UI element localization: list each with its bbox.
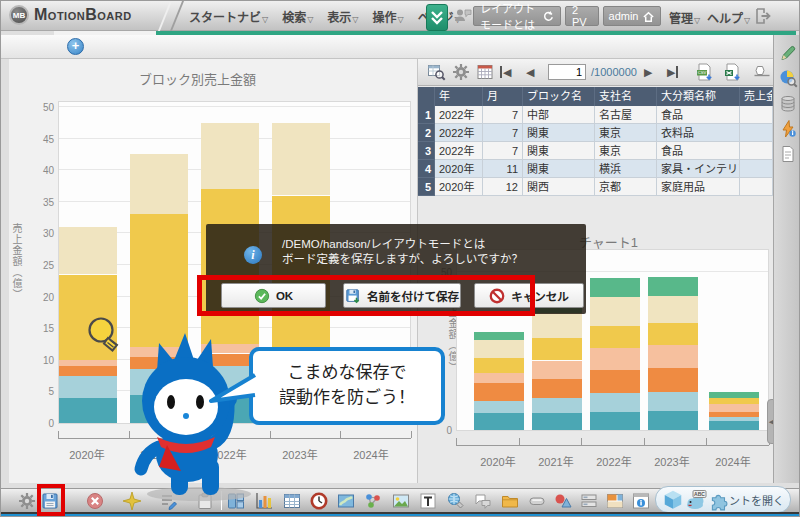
- csv-icon[interactable]: CSV: [694, 62, 714, 82]
- caret-down-icon: ▽: [398, 15, 404, 24]
- pencil-icon[interactable]: [778, 43, 798, 63]
- network-icon[interactable]: [363, 491, 383, 511]
- cell: 7: [483, 106, 523, 124]
- bar-2024年-segment-7: [709, 392, 759, 398]
- menu-item-4[interactable]: 操作▽: [373, 8, 404, 25]
- gear-icon[interactable]: [451, 62, 471, 82]
- table-header-row: 年月ブロック名支社名大分類名称売上金: [418, 87, 773, 106]
- user-chat-icon[interactable]: [453, 6, 473, 26]
- row-number: 5: [418, 178, 435, 196]
- document-icon[interactable]: [778, 144, 798, 164]
- x-axis-tick: [519, 438, 520, 445]
- link-icon[interactable]: [446, 491, 466, 511]
- puzzle-icon: [708, 489, 730, 511]
- database-icon[interactable]: [778, 94, 798, 114]
- map-icon[interactable]: [336, 491, 356, 511]
- next-page-button[interactable]: ▶: [644, 65, 652, 79]
- cell: 横浜: [595, 160, 657, 178]
- bar-2020年-segment-1: [474, 413, 524, 430]
- x-axis-tick: [411, 431, 412, 438]
- layout-mode-button[interactable]: レイアウトモードとは: [473, 6, 561, 26]
- grid-icon[interactable]: [475, 62, 495, 82]
- cell: 関西: [523, 178, 595, 196]
- cell: 11: [483, 160, 523, 178]
- caret-down-icon: ▽: [694, 16, 700, 25]
- pie-search-icon[interactable]: [778, 68, 798, 88]
- rows-icon[interactable]: [579, 491, 599, 511]
- cell: 東京: [595, 124, 657, 142]
- table-icon[interactable]: [282, 491, 302, 511]
- y-tick-label: 45: [32, 134, 54, 145]
- menu-item-2[interactable]: 検索▽: [282, 8, 313, 25]
- table-row-5[interactable]: 52020年12関西京都家庭用品: [418, 178, 773, 196]
- add-page-button[interactable]: +: [67, 38, 84, 55]
- menu-item-3[interactable]: 表示▽: [327, 8, 358, 25]
- table-row-4[interactable]: 42020年11関東横浜家具・インテリア: [418, 160, 773, 178]
- bar-2021年-segment-1: [532, 413, 582, 430]
- caret-down-icon: ▽: [352, 15, 358, 24]
- row-number: 2: [418, 124, 435, 142]
- last-page-button[interactable]: ▶: [667, 65, 678, 79]
- bar-2023年-segment-3: [648, 368, 698, 392]
- cell: 関東: [523, 124, 595, 142]
- excel-icon[interactable]: [722, 62, 742, 82]
- info-panel-icon[interactable]: [631, 491, 651, 511]
- slider-icon[interactable]: [752, 62, 772, 82]
- brand-text: MotionBoard: [34, 6, 132, 24]
- button-icon[interactable]: [527, 491, 547, 511]
- lightning-icon[interactable]: [778, 119, 798, 139]
- bar-2024年-segment-3: [709, 412, 759, 417]
- text-icon[interactable]: [418, 491, 438, 511]
- cell: 2020年: [435, 178, 483, 196]
- x-axis-tick: [456, 438, 457, 445]
- admin-menu[interactable]: 管理▽: [669, 9, 700, 26]
- help-menu[interactable]: ヘルプ▽: [707, 9, 750, 26]
- first-page-button[interactable]: ◀: [500, 65, 511, 79]
- motionboard-logo: MB MotionBoard: [9, 5, 132, 25]
- dialog-path-line: /DEMO/handson/レイアウトモードとは: [282, 237, 523, 252]
- user-account-button[interactable]: admin: [603, 6, 661, 26]
- mascot-speech-bubble: こまめな保存で 誤動作を防ごう！: [249, 347, 445, 425]
- bar-2020年-segment-4: [474, 373, 524, 383]
- image-icon[interactable]: [391, 491, 411, 511]
- assistant-button[interactable]: ABC ントを開く: [655, 486, 791, 513]
- dialog-message-line: ボード定義を保存しますが、よろしいですか？: [282, 252, 523, 267]
- cell: [740, 178, 773, 196]
- cube-icon: [662, 489, 684, 511]
- menu-item-1[interactable]: スタートナビ▽: [189, 8, 268, 25]
- x-axis-tick: [340, 431, 341, 438]
- table-row-1[interactable]: 12022年7中部名古屋食品: [418, 106, 773, 124]
- comments-icon[interactable]: [473, 491, 493, 511]
- table-row-3[interactable]: 32022年7関東東京食品: [418, 142, 773, 160]
- left-chart-title: ブロック別売上金額: [139, 69, 256, 88]
- column-header-1: 年: [435, 87, 483, 106]
- bar-2023年-segment-7: [648, 277, 698, 296]
- page-number-input[interactable]: [548, 64, 586, 80]
- double-chevron-down-icon: [429, 9, 445, 27]
- bar-2024年-segment-4: [709, 404, 759, 412]
- logout-icon[interactable]: [753, 6, 773, 26]
- cell: 食品: [657, 106, 740, 124]
- x-axis-tick: [58, 431, 59, 438]
- cell: 関東: [523, 142, 595, 160]
- cell: 京都: [595, 178, 657, 196]
- gear-icon[interactable]: [17, 491, 37, 511]
- cell: 2022年: [435, 106, 483, 124]
- bar-2023年-segment-6: [648, 296, 698, 323]
- table-row-2[interactable]: 22022年7関東東京衣料品: [418, 124, 773, 142]
- bar-2024年-segment-5: [709, 398, 759, 404]
- clock-icon[interactable]: [309, 491, 329, 511]
- x-axis-tick: [581, 438, 582, 445]
- highlight-box-save-icon: [37, 484, 65, 516]
- bar-2023年-segment-5: [648, 323, 698, 345]
- prev-page-button[interactable]: ◀: [526, 65, 534, 79]
- y-tick-label: 35: [32, 197, 54, 208]
- panel-icon[interactable]: [605, 491, 625, 511]
- left-chart-ylabel: 売上金額（億）: [9, 223, 24, 300]
- shapes-icon[interactable]: [553, 491, 573, 511]
- folder-icon[interactable]: [500, 491, 520, 511]
- y-tick-label: 0: [32, 418, 54, 429]
- table-search-icon[interactable]: [426, 62, 446, 82]
- expand-toolbar-button[interactable]: [426, 4, 448, 31]
- table-corner-cell: [418, 87, 435, 106]
